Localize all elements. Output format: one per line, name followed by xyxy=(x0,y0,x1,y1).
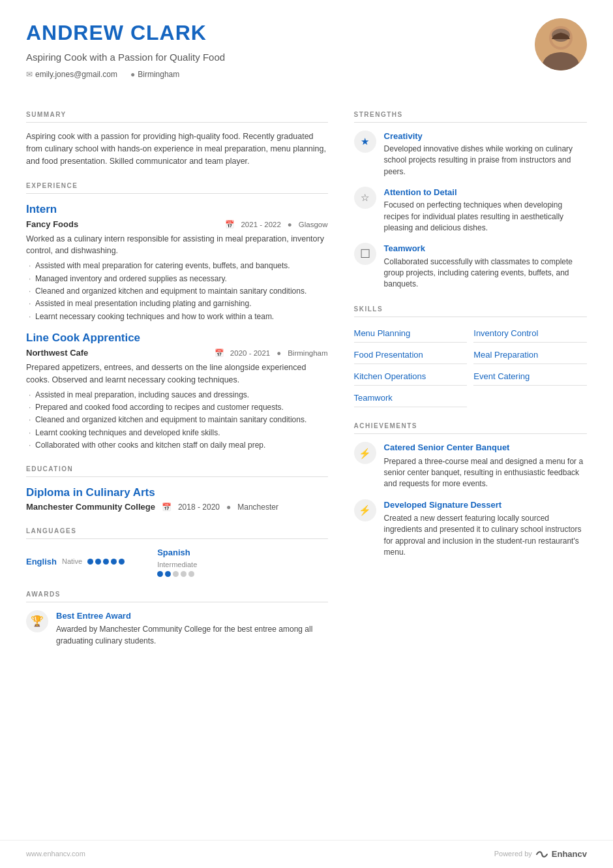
award-icon-1: 🏆 xyxy=(26,610,48,632)
education-section: EDUCATION Diploma in Culinary Arts Manch… xyxy=(26,465,328,514)
achievements-label: ACHIEVEMENTS xyxy=(354,422,587,434)
strength-item-2: ☆ Attention to Detail Focused on perfect… xyxy=(354,187,587,234)
main-content: SUMMARY Aspiring cook with a passion for… xyxy=(0,91,613,840)
avatar xyxy=(535,18,587,70)
bullet-1-2: Cleaned and organized kitchen and equipm… xyxy=(26,286,328,297)
bullet-1-1: Managed inventory and ordered supplies a… xyxy=(26,273,328,285)
dot-e1 xyxy=(87,559,93,565)
bullet-2-1: Prepared and cooked food according to re… xyxy=(26,402,328,413)
skills-section: SKILLS Menu Planning Inventory Control F… xyxy=(354,305,587,408)
bullet-2-0: Assisted in meal preparation, including … xyxy=(26,390,328,401)
job-dates-1: 2021 - 2022 xyxy=(241,219,280,230)
skill-meal-preparation: Meal Preparation xyxy=(473,347,587,364)
strength-title-1: Creativity xyxy=(384,131,587,142)
job-meta-1: Fancy Foods 📅 2021 - 2022 ● Glasgow xyxy=(26,219,328,230)
star-filled-icon: ★ xyxy=(361,134,369,148)
dot-e5 xyxy=(119,559,125,565)
achievement-icon-1: ⚡ xyxy=(354,442,376,464)
calendar-icon-edu: 📅 xyxy=(162,502,172,513)
award-item-1: 🏆 Best Entree Award Awarded by Mancheste… xyxy=(26,610,328,647)
job-item-1: Intern Fancy Foods 📅 2021 - 2022 ● Glasg… xyxy=(26,202,328,322)
lang-name-english: English xyxy=(26,556,57,568)
email-value: emily.jones@gmail.com xyxy=(35,69,117,80)
achievement-content-1: Catered Senior Center Banquet Prepared a… xyxy=(384,442,587,489)
footer: www.enhancv.com Powered by Enhancv xyxy=(0,840,613,868)
lang-level-english: Native xyxy=(62,557,82,566)
strength-desc-2: Focused on perfecting techniques when de… xyxy=(384,200,587,234)
strength-title-3: Teamwork xyxy=(384,243,587,255)
enhancv-logo-icon xyxy=(536,850,548,859)
job-bullets-1: Assisted with meal preparation for cater… xyxy=(26,260,328,322)
awards-section: AWARDS 🏆 Best Entree Award Awarded by Ma… xyxy=(26,590,328,647)
job-date-loc-2: 📅 2020 - 2021 ● Birmingham xyxy=(215,348,328,358)
bullet-2-3: Learnt cooking techniques and developed … xyxy=(26,427,328,439)
lang-name-spanish: Spanish xyxy=(157,547,190,559)
location-contact: ● Birmingham xyxy=(130,69,179,80)
dot-s3 xyxy=(173,571,179,577)
strengths-label: STRENGTHS xyxy=(354,110,587,123)
skill-event-catering: Event Catering xyxy=(473,368,587,386)
strength-content-3: Teamwork Collaborated successfully with … xyxy=(384,243,587,290)
job-item-2: Line Cook Apprentice Northwest Cafe 📅 20… xyxy=(26,330,328,451)
award-title-1: Best Entree Award xyxy=(56,610,328,622)
education-label: EDUCATION xyxy=(26,465,328,477)
brand-name: Enhancv xyxy=(552,848,587,860)
star-outline-icon: ☆ xyxy=(361,191,369,204)
lang-item-english: English Native xyxy=(26,556,125,568)
header: ANDREW CLARK Aspiring Cook with a Passio… xyxy=(0,0,613,91)
achievement-desc-1: Prepared a three-course meal and designe… xyxy=(384,456,587,490)
job-location-1: Glasgow xyxy=(299,219,328,230)
job-meta-2: Northwest Cafe 📅 2020 - 2021 ● Birmingha… xyxy=(26,347,328,359)
trophy-icon: 🏆 xyxy=(31,614,44,628)
strength-item-1: ★ Creativity Developed innovative dishes… xyxy=(354,131,587,178)
edu-dates: 2018 - 2020 xyxy=(178,502,220,513)
strength-icon-3: ☐ xyxy=(354,243,376,265)
dot-e4 xyxy=(111,559,117,565)
header-info: ANDREW CLARK Aspiring Cook with a Passio… xyxy=(26,18,225,80)
location-value: Birmingham xyxy=(138,69,179,80)
pin-icon-1: ● xyxy=(288,219,292,230)
strength-title-2: Attention to Detail xyxy=(384,187,587,198)
skill-teamwork: Teamwork xyxy=(354,390,468,407)
strength-icon-1: ★ xyxy=(354,131,376,153)
award-content-1: Best Entree Award Awarded by Manchester … xyxy=(56,610,328,647)
summary-section: SUMMARY Aspiring cook with a passion for… xyxy=(26,110,328,168)
edu-location: Manchester xyxy=(237,502,278,513)
awards-label: AWARDS xyxy=(26,590,328,602)
resume-page: ANDREW CLARK Aspiring Cook with a Passio… xyxy=(0,0,613,868)
dot-s4 xyxy=(181,571,187,577)
dot-s5 xyxy=(188,571,194,577)
job-desc-1: Worked as a culinary intern responsible … xyxy=(26,233,328,258)
edu-degree: Diploma in Culinary Arts xyxy=(26,485,328,501)
bullet-2-4: Collaborated with other cooks and kitche… xyxy=(26,440,328,451)
job-company-1: Fancy Foods xyxy=(26,219,78,230)
achievement-desc-2: Created a new dessert featuring locally … xyxy=(384,513,587,559)
lightning-icon-1: ⚡ xyxy=(359,446,371,460)
bullet-1-4: Learnt necessary cooking techniques and … xyxy=(26,311,328,322)
achievement-content-2: Developed Signature Dessert Created a ne… xyxy=(384,499,587,559)
edu-meta: Manchester Community College 📅 2018 - 20… xyxy=(26,501,328,513)
skills-label: SKILLS xyxy=(354,305,587,317)
lang-dots-spanish xyxy=(157,571,194,577)
job-location-2: Birmingham xyxy=(288,348,327,358)
dot-e2 xyxy=(95,559,101,565)
contact-info: ✉ emily.jones@gmail.com ● Birmingham xyxy=(26,69,225,80)
bullet-1-0: Assisted with meal preparation for cater… xyxy=(26,260,328,271)
lightning-icon-2: ⚡ xyxy=(359,503,371,517)
job-title: Aspiring Cook with a Passion for Quality… xyxy=(26,50,225,64)
summary-label: SUMMARY xyxy=(26,110,328,123)
experience-section: EXPERIENCE Intern Fancy Foods 📅 2021 - 2… xyxy=(26,181,328,452)
achievements-section: ACHIEVEMENTS ⚡ Catered Senior Center Ban… xyxy=(354,422,587,558)
strengths-section: STRENGTHS ★ Creativity Developed innovat… xyxy=(354,110,587,290)
summary-text: Aspiring cook with a passion for providi… xyxy=(26,131,328,168)
skill-kitchen-operations: Kitchen Operations xyxy=(354,368,468,386)
email-icon: ✉ xyxy=(26,69,33,80)
teamwork-icon: ☐ xyxy=(360,246,370,262)
job-title-1: Intern xyxy=(26,202,328,217)
left-column: SUMMARY Aspiring cook with a passion for… xyxy=(26,110,328,827)
footer-brand: Powered by Enhancv xyxy=(494,848,587,860)
strength-desc-1: Developed innovative dishes while workin… xyxy=(384,144,587,178)
lang-dots-english xyxy=(87,559,125,565)
achievement-icon-2: ⚡ xyxy=(354,499,376,521)
dot-e3 xyxy=(103,559,109,565)
